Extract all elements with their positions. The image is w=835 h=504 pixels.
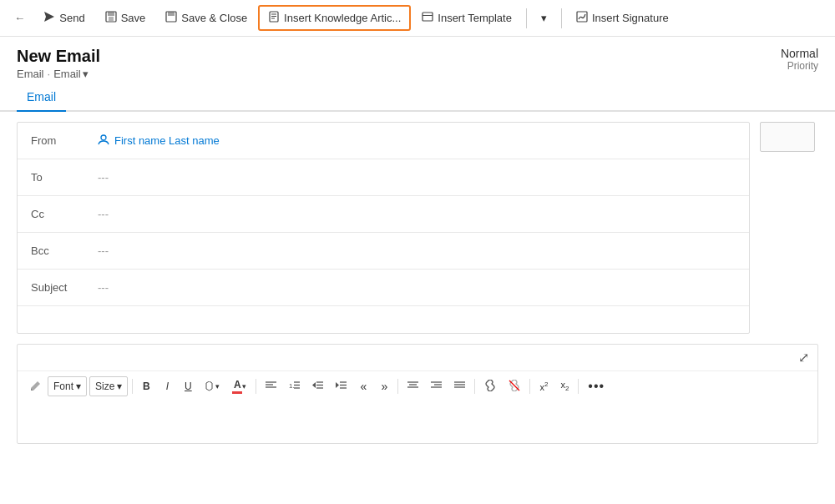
editor-sep-3 — [397, 379, 398, 394]
form-row-subject: Subject --- — [18, 270, 749, 306]
form-row-bcc: Bcc --- — [18, 233, 749, 270]
svg-rect-10 — [423, 13, 433, 21]
italic-icon: I — [166, 381, 169, 392]
indent-decrease-button[interactable] — [307, 376, 328, 396]
justify-icon — [454, 381, 465, 392]
to-value[interactable]: --- — [98, 171, 109, 184]
italic-button[interactable]: I — [158, 376, 176, 396]
align-left-icon — [266, 381, 276, 392]
font-color-swatch — [232, 391, 242, 394]
expand-button[interactable]: ⤢ — [795, 348, 812, 367]
bcc-label: Bcc — [31, 244, 98, 257]
dropdown-chevron-button[interactable]: ▾ — [532, 7, 556, 29]
highlight-button[interactable]: ▾ — [200, 376, 225, 396]
subtitle-dot: · — [48, 68, 51, 80]
main-toolbar: ← Send Save Save & Close Insert Knowledg… — [0, 0, 835, 37]
ordered-list-button[interactable]: 1. — [284, 376, 305, 396]
form-row-cc: Cc --- — [18, 196, 749, 233]
clear-format-button[interactable] — [24, 376, 45, 396]
email-form: From First name Last name To --- Cc --- … — [17, 122, 750, 334]
underline-button[interactable]: U — [179, 376, 197, 396]
insert-knowledge-button[interactable]: Insert Knowledge Artic... — [258, 5, 411, 31]
ordered-list-icon: 1. — [289, 381, 300, 392]
side-panel — [760, 122, 818, 334]
to-label: To — [31, 171, 98, 184]
block-quote-close-icon: » — [381, 380, 387, 393]
font-label: Font — [53, 381, 73, 392]
svg-text:1.: 1. — [289, 382, 295, 390]
font-dropdown[interactable]: Font ▾ — [48, 376, 87, 396]
from-value[interactable]: First name Last name — [98, 134, 220, 148]
block-quote-open-icon: « — [360, 380, 367, 393]
save-close-button[interactable]: Save & Close — [156, 6, 256, 30]
bold-button[interactable]: B — [137, 376, 155, 396]
bcc-value[interactable]: --- — [98, 244, 109, 257]
main-content: From First name Last name To --- Cc --- … — [0, 112, 835, 344]
svg-marker-23 — [312, 382, 316, 388]
subtitle: Email · Email ▾ — [17, 68, 100, 80]
back-button[interactable]: ← — [7, 7, 33, 29]
svg-marker-14 — [31, 381, 40, 391]
align-center-button[interactable] — [402, 376, 423, 396]
svg-marker-27 — [336, 382, 339, 388]
priority-label: Normal — [781, 47, 818, 60]
cc-value[interactable]: --- — [98, 208, 109, 220]
link-button[interactable] — [479, 376, 501, 396]
font-color-icon: A — [232, 379, 242, 394]
bold-icon: B — [143, 381, 150, 392]
knowledge-icon — [268, 11, 280, 25]
subscript-button[interactable]: x2 — [555, 376, 574, 396]
size-chevron-icon: ▾ — [117, 381, 122, 392]
align-right-icon — [431, 381, 442, 392]
cc-label: Cc — [31, 208, 98, 220]
font-chevron-icon: ▾ — [76, 381, 81, 392]
superscript-button[interactable]: x2 — [534, 376, 553, 396]
tab-email-label: Email — [27, 90, 56, 103]
insert-signature-button[interactable]: Insert Signature — [567, 6, 678, 30]
subtitle-email-2: Email — [53, 68, 81, 80]
highlight-icon: ▾ — [205, 381, 220, 392]
template-label: Insert Template — [438, 12, 512, 24]
indent-increase-button[interactable] — [331, 376, 352, 396]
font-color-button[interactable]: A ▾ — [227, 376, 251, 396]
editor-sep-1 — [132, 379, 133, 394]
knowledge-label: Insert Knowledge Artic... — [284, 12, 401, 24]
send-button[interactable]: Send — [34, 6, 94, 30]
svg-rect-2 — [108, 12, 114, 16]
unlink-icon — [509, 380, 520, 394]
link-icon — [484, 380, 496, 394]
form-row-from: From First name Last name — [18, 123, 749, 159]
unlink-button[interactable] — [504, 376, 525, 396]
justify-button[interactable] — [449, 376, 470, 396]
block-quote-open-button[interactable]: « — [354, 376, 372, 396]
side-panel-box — [760, 122, 815, 152]
save-label: Save — [121, 12, 146, 24]
size-dropdown[interactable]: Size ▾ — [89, 376, 128, 396]
chevron-down-icon: ▾ — [541, 12, 547, 24]
send-label: Send — [59, 12, 84, 24]
block-quote-close-button[interactable]: » — [375, 376, 393, 396]
underline-icon: U — [185, 381, 192, 392]
highlight-chevron-icon: ▾ — [215, 382, 220, 391]
more-options-button[interactable]: ••• — [583, 376, 610, 396]
priority-sub: Priority — [781, 60, 818, 72]
subject-value[interactable]: --- — [98, 281, 109, 294]
subtitle-chevron-icon: ▾ — [83, 68, 89, 80]
subject-label: Subject — [31, 281, 98, 294]
tab-email[interactable]: Email — [17, 83, 66, 112]
save-button[interactable]: Save — [96, 6, 155, 30]
align-right-button[interactable] — [426, 376, 447, 396]
svg-rect-5 — [168, 12, 175, 16]
header-right: Normal Priority — [781, 47, 818, 72]
svg-rect-3 — [109, 17, 114, 21]
template-icon — [422, 11, 433, 25]
size-label: Size — [95, 381, 114, 392]
subtitle-dropdown[interactable]: Email ▾ — [53, 68, 89, 80]
from-name: First name Last name — [114, 134, 220, 147]
indent-increase-icon — [336, 381, 347, 392]
editor-sep-4 — [474, 379, 475, 394]
editor-sep-2 — [256, 379, 256, 394]
insert-template-button[interactable]: Insert Template — [412, 6, 521, 30]
svg-marker-0 — [44, 12, 54, 22]
align-left-button[interactable] — [261, 376, 281, 396]
